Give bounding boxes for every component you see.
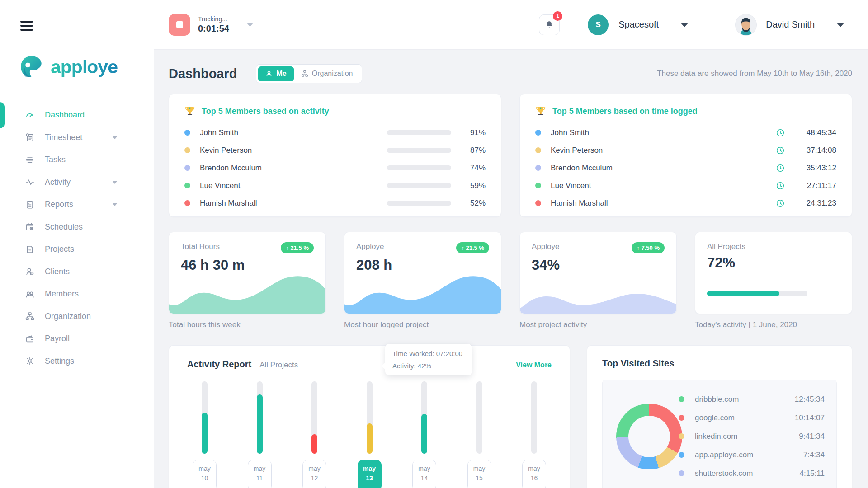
notifications-button[interactable]: 1 <box>539 14 560 35</box>
member-color-dot <box>535 200 541 206</box>
sidebar-item[interactable]: Settings <box>0 350 154 373</box>
sidebar-item-label: Dashboard <box>45 110 85 120</box>
member-row: John Smith 91% <box>184 124 486 141</box>
top-sites-panel: dribbble.com 12:45:34 google.com 10:14:0… <box>602 380 837 488</box>
site-time: 12:45:34 <box>795 395 825 404</box>
area-chart <box>344 267 501 314</box>
chevron-down-icon[interactable] <box>112 136 118 139</box>
main-content: Dashboard Me Organization <box>154 50 868 488</box>
day-pill[interactable]: may14 <box>412 460 436 488</box>
stop-icon <box>176 21 183 28</box>
clock-icon <box>776 164 785 173</box>
activity-bar-fill <box>311 434 317 454</box>
workspace-selector[interactable]: S Spacesoft <box>588 14 689 35</box>
user-menu[interactable]: David Smith <box>735 14 844 36</box>
activity-progress-bar <box>387 165 451 170</box>
activity-bar-track <box>202 381 208 454</box>
activity-members-list: John Smith 91% Kevin Peterson 87% Brendo… <box>184 124 486 212</box>
today-activity-progress <box>707 291 807 296</box>
sidebar-item[interactable]: Organization <box>0 305 154 328</box>
view-more-link[interactable]: View More <box>516 361 552 369</box>
person-icon <box>265 70 273 77</box>
activity-bar-chart: may10 may11 may1 <box>187 381 552 488</box>
app-logo: apploye <box>19 54 118 80</box>
chevron-down-icon[interactable] <box>112 181 118 184</box>
site-color-dot <box>679 396 684 402</box>
member-row: Lue Vincent 59% <box>184 177 486 194</box>
apploye-logo-icon <box>19 54 44 80</box>
member-color-dot <box>184 200 190 206</box>
toggle-me[interactable]: Me <box>258 66 293 81</box>
activity-percent: 87% <box>462 146 486 155</box>
sidebar-item[interactable]: Clients <box>0 261 154 283</box>
area-chart <box>169 267 326 314</box>
sidebar-item[interactable]: Reports <box>0 193 154 216</box>
site-row: linkedin.com 9:41:34 <box>679 427 825 446</box>
tracking-dropdown-caret[interactable] <box>246 23 254 27</box>
member-row: Lue Vincent 27:11:17 <box>535 177 836 194</box>
sidebar-item[interactable]: Dashboard <box>0 104 154 127</box>
member-row: Hamish Marshall 52% <box>184 194 486 212</box>
site-row: shutterstock.com 4:15:11 <box>679 464 825 483</box>
activity-bar-track <box>421 381 427 454</box>
sidebar-item[interactable]: Projects <box>0 238 154 261</box>
stat-title: Apploye <box>356 242 384 251</box>
sidebar-item-label: Payroll <box>45 334 70 343</box>
day-pill[interactable]: may10 <box>193 460 217 488</box>
member-name: Kevin Peterson <box>551 146 603 155</box>
card-title: Top 5 Members based on time logged <box>552 107 698 116</box>
activity-bar-fill <box>421 414 427 454</box>
stat-value: 72% <box>707 255 840 271</box>
toggle-organization[interactable]: Organization <box>294 66 360 81</box>
sidebar-item[interactable]: Members <box>0 283 154 305</box>
member-row: Brendon Mcculum 35:43:12 <box>535 159 836 177</box>
trophy-icon <box>535 106 546 117</box>
sidebar-item[interactable]: Schedules <box>0 216 154 239</box>
day-pill[interactable]: may16 <box>522 460 546 488</box>
me-organization-toggle: Me Organization <box>256 64 362 83</box>
stat-caption: Today's activity | 1 June, 2020 <box>695 320 852 329</box>
page-header: Dashboard Me Organization <box>169 64 852 83</box>
activity-bar-track <box>257 381 263 454</box>
sidebar-item[interactable]: Activity <box>0 171 154 194</box>
sidebar-item[interactable]: Timesheet <box>0 127 154 149</box>
topbar-divider <box>712 0 712 50</box>
sidebar-item-label: Organization <box>45 312 91 321</box>
member-name: Lue Vincent <box>551 181 591 190</box>
day-column: may13 <box>358 381 382 488</box>
sidebar-item[interactable]: Payroll <box>0 328 154 350</box>
tooltip-activity: Activity: 42% <box>392 362 465 370</box>
sidebar-item[interactable]: Tasks <box>0 149 154 171</box>
site-name: shutterstock.com <box>695 469 753 478</box>
time-logged-value: 24:31:23 <box>791 199 836 208</box>
member-name: John Smith <box>551 128 589 137</box>
day-pill[interactable]: may15 <box>467 460 491 488</box>
site-row: app.apploye.com 7:4:34 <box>679 446 825 464</box>
day-pill[interactable]: may11 <box>248 460 272 488</box>
member-color-dot <box>184 183 190 188</box>
activity-report-title: Activity Report <box>187 359 251 370</box>
all-projects-card: All Projects 72% <box>695 232 852 314</box>
day-pill[interactable]: may12 <box>302 460 326 488</box>
notification-badge: 1 <box>553 11 562 21</box>
member-color-dot <box>535 130 541 136</box>
activity-bar-fill <box>367 423 373 454</box>
sidebar-item-label: Schedules <box>45 222 83 232</box>
site-time: 4:15:11 <box>800 469 825 478</box>
hamburger-menu-icon[interactable] <box>20 21 33 31</box>
activity-report-subtitle: All Projects <box>259 361 298 370</box>
day-column: may10 <box>193 381 217 488</box>
chevron-down-icon[interactable] <box>112 203 118 206</box>
workspace-avatar: S <box>588 14 609 35</box>
clock-icon <box>776 128 785 137</box>
clock-icon <box>776 199 785 208</box>
stop-tracking-button[interactable] <box>169 14 190 36</box>
stat-caption: Most project activity <box>519 320 677 329</box>
day-pill[interactable]: may13 <box>358 460 382 488</box>
sidebar-item-label: Clients <box>45 267 70 277</box>
sidebar-item-label: Tasks <box>45 155 66 164</box>
time-logged-value: 27:11:17 <box>791 181 836 190</box>
activity-bar-track <box>367 381 373 454</box>
activity-progress-bar <box>387 148 451 153</box>
most-activity-project-card: Apploye ↑ 7.50 % 34% <box>519 232 677 314</box>
